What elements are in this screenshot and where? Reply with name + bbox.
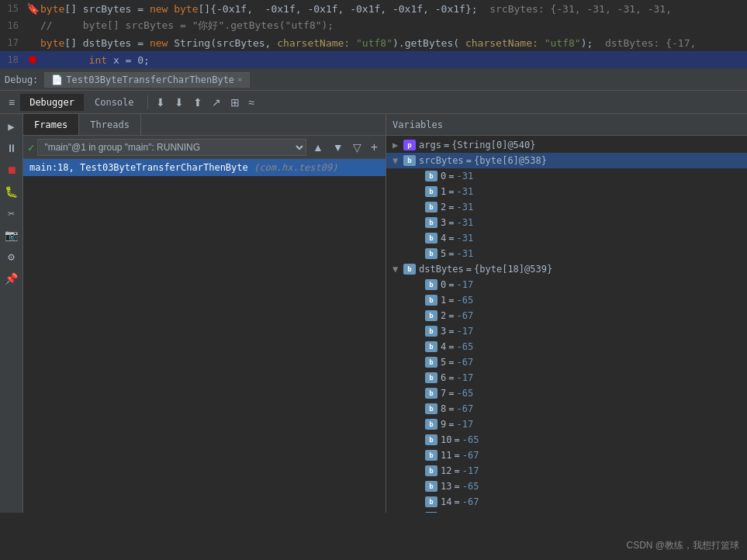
debug-tab[interactable]: 📄 Test03ByteTransferCharThenByte × xyxy=(44,72,249,88)
toolbar-step-into-btn[interactable]: ⬇ xyxy=(171,94,188,111)
file-icon: 📄 xyxy=(51,74,63,85)
thread-dropdown[interactable]: "main"@1 in group "main": RUNNING xyxy=(37,139,306,156)
debug-tab-label: Test03ByteTransferCharThenByte xyxy=(66,74,234,85)
frames-list: main:18, Test03ByteTransferCharThenByte … xyxy=(23,159,386,513)
var-row-src-4[interactable]: b 4 = -31 xyxy=(386,230,747,246)
var-row-dst-7[interactable]: b 7 = -65 xyxy=(386,385,747,401)
debug-label: Debug: xyxy=(5,74,38,85)
camera-icon[interactable]: 📷 xyxy=(2,226,21,244)
var-row-src-0[interactable]: b 0 = -31 xyxy=(386,168,747,184)
frame-add-btn[interactable]: + xyxy=(368,139,381,156)
var-row-src-1[interactable]: b 1 = -31 xyxy=(386,184,747,199)
var-val-dst-5: -67 xyxy=(456,357,473,368)
variables-header: Variables xyxy=(386,114,747,136)
close-icon[interactable]: × xyxy=(237,74,243,85)
code-line-18: 18 int x = 0; xyxy=(0,51,747,68)
watermark: CSDN @教练，我想打篮球 xyxy=(626,539,739,552)
tab-debugger[interactable]: Debugger xyxy=(20,94,84,111)
var-row-src-2[interactable]: b 2 = -31 xyxy=(386,199,747,215)
mute-icon[interactable]: ✂ xyxy=(2,204,21,223)
type-icon-dst-0: b xyxy=(425,279,437,290)
var-eq-srcbytes: = xyxy=(466,155,472,166)
var-val-dst-15: -17 xyxy=(462,512,479,513)
var-val-src-0: -31 xyxy=(456,171,473,181)
frame-item[interactable]: main:18, Test03ByteTransferCharThenByte … xyxy=(23,159,386,176)
var-val-args: {String[0]@540} xyxy=(451,140,535,150)
debug-icon[interactable]: 🐛 xyxy=(2,182,21,201)
var-row-dst-4[interactable]: b 4 = -65 xyxy=(386,339,747,354)
var-row-dst-5[interactable]: b 5 = -67 xyxy=(386,354,747,370)
type-icon-src-1: b xyxy=(425,186,437,197)
var-row-srcbytes[interactable]: ▼ b srcBytes = {byte[6]@538} xyxy=(386,153,747,168)
frames-toolbar: ✓ "main"@1 in group "main": RUNNING ▲ ▼ … xyxy=(23,136,386,159)
var-row-dst-1[interactable]: b 1 = -65 xyxy=(386,292,747,308)
code-content-15: byte[] srcBytes = new byte[]{-0x1f, -0x1… xyxy=(40,3,747,15)
var-val-dst-7: -65 xyxy=(456,388,473,399)
var-val-dstbytes: {byte[18]@539} xyxy=(474,264,552,275)
var-row-dst-0[interactable]: b 0 = -17 xyxy=(386,277,747,292)
toolbar-step-over-btn[interactable]: ⬇ xyxy=(152,94,169,111)
var-row-dst-13[interactable]: b 13 = -65 xyxy=(386,479,747,494)
type-icon-srcbytes: b xyxy=(403,155,416,166)
expand-icon-args: ▶ xyxy=(393,140,403,150)
var-row-dst-11[interactable]: b 11 = -67 xyxy=(386,448,747,463)
var-row-dst-12[interactable]: b 12 = -17 xyxy=(386,463,747,479)
var-val-src-3: -31 xyxy=(456,217,473,228)
type-icon-src-4: b xyxy=(425,233,437,244)
var-row-dst-10[interactable]: b 10 = -65 xyxy=(386,432,747,448)
code-content-18: int x = 0; xyxy=(40,54,747,66)
expand-icon-srcbytes: ▼ xyxy=(393,155,403,166)
var-row-dstbytes[interactable]: ▼ b dstBytes = {byte[18]@539} xyxy=(386,261,747,277)
frame-class: (com.hx.test09) xyxy=(254,162,337,173)
var-row-dst-15[interactable]: b 15 = -17 xyxy=(386,510,747,513)
type-icon-src-0: b xyxy=(425,171,437,181)
tab-console[interactable]: Console xyxy=(85,94,144,111)
var-row-dst-8[interactable]: b 8 = -67 xyxy=(386,401,747,417)
variables-label: Variables xyxy=(393,119,443,130)
var-row-dst-6[interactable]: b 6 = -17 xyxy=(386,370,747,385)
left-panel: Frames Threads ✓ "main"@1 in group "main… xyxy=(23,114,386,513)
bookmark-icon: 🔖 xyxy=(26,2,40,15)
var-val-src-2: -31 xyxy=(456,202,473,213)
toolbar-menu-btn[interactable]: ≡ xyxy=(5,94,19,111)
pause-icon[interactable]: ⏸ xyxy=(2,139,21,157)
code-line-16: 16 // byte[] srcBytes = "你好".getBytes("u… xyxy=(0,17,747,34)
line-number-16: 16 xyxy=(3,20,25,31)
var-val-srcbytes: {byte[6]@538} xyxy=(474,155,547,166)
toolbar-trace-btn[interactable]: ≈ xyxy=(245,94,259,111)
frame-up-btn[interactable]: ▲ xyxy=(310,140,327,155)
frame-filter-btn[interactable]: ▽ xyxy=(350,140,365,155)
code-content-17: byte[] dstBytes = new String(srcBytes, c… xyxy=(40,37,747,49)
left-sidebar-icons: ▶ ⏸ ⏹ 🐛 ✂ 📷 ⚙ 📌 xyxy=(0,114,23,513)
code-editor: 15 🔖 byte[] srcBytes = new byte[]{-0x1f,… xyxy=(0,0,747,69)
var-row-src-3[interactable]: b 3 = -31 xyxy=(386,215,747,230)
var-row-dst-3[interactable]: b 3 = -17 xyxy=(386,323,747,339)
type-icon-args: p xyxy=(403,140,416,150)
var-eq-args: = xyxy=(444,140,449,150)
var-val-dst-14: -67 xyxy=(462,496,479,507)
var-val-dst-6: -17 xyxy=(456,372,473,383)
var-row-dst-14[interactable]: b 14 = -67 xyxy=(386,494,747,510)
line-number-15: 15 xyxy=(3,3,25,14)
var-row-args[interactable]: ▶ p args = {String[0]@540} xyxy=(386,137,747,153)
var-val-dst-10: -65 xyxy=(462,434,479,445)
toolbar-step-out-btn[interactable]: ⬆ xyxy=(189,94,206,111)
line-number-17: 17 xyxy=(3,37,25,48)
var-row-src-5[interactable]: b 5 = -31 xyxy=(386,246,747,261)
main-panel: ▶ ⏸ ⏹ 🐛 ✂ 📷 ⚙ 📌 Frames Threads ✓ "main"@… xyxy=(0,114,747,513)
pin-icon[interactable]: 📌 xyxy=(2,269,21,288)
toolbar-eval-btn[interactable]: ⊞ xyxy=(227,94,244,111)
settings-icon[interactable]: ⚙ xyxy=(2,247,21,266)
stop-icon[interactable]: ⏹ xyxy=(2,161,21,179)
resume-icon[interactable]: ▶ xyxy=(2,117,21,136)
type-icon-dstbytes: b xyxy=(403,264,416,275)
tab-frames[interactable]: Frames xyxy=(23,114,79,135)
var-val-src-4: -31 xyxy=(456,233,473,244)
frame-down-btn[interactable]: ▼ xyxy=(330,140,347,155)
var-val-dst-2: -67 xyxy=(456,310,473,321)
toolbar-run-cursor-btn[interactable]: ↗ xyxy=(208,94,225,111)
var-row-dst-9[interactable]: b 9 = -17 xyxy=(386,417,747,432)
var-row-dst-2[interactable]: b 2 = -67 xyxy=(386,308,747,323)
frame-location: main:18, Test03ByteTransferCharThenByte xyxy=(29,162,248,173)
tab-threads[interactable]: Threads xyxy=(79,114,141,135)
